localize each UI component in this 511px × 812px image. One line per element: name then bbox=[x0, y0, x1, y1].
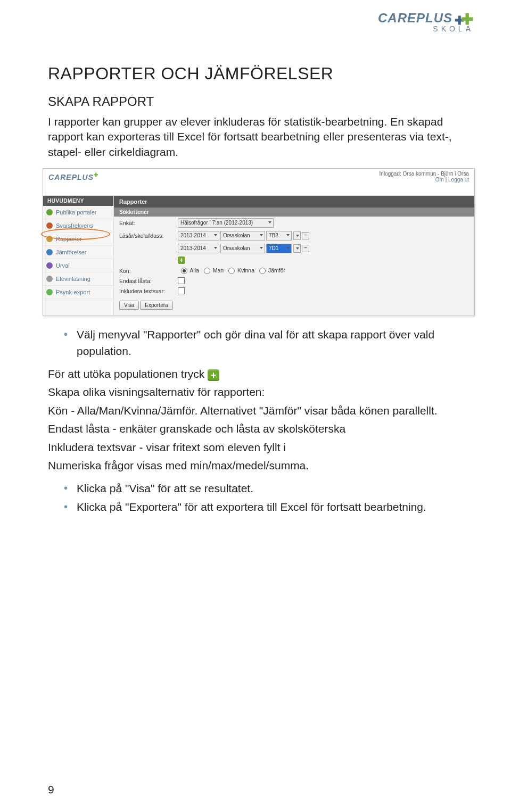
kon-option-label: Kvinna bbox=[236, 267, 256, 274]
panel-title: Rapporter bbox=[114, 196, 474, 208]
enkat-select[interactable]: Hälsofrågor i 7:an (2012-2013) bbox=[178, 218, 274, 228]
kon-radio-kvinna[interactable] bbox=[228, 268, 235, 274]
kon-option-label: Alla bbox=[188, 267, 201, 274]
menu-icon bbox=[46, 222, 53, 229]
brand-logo: CAREPLUS ✚✚ SKOLA bbox=[378, 11, 474, 33]
page-title: RAPPORTER OCH JÄMFÖRELSER bbox=[48, 64, 474, 84]
kon-radio-man[interactable] bbox=[204, 268, 210, 274]
logged-in-text: Inloggad: Orsa kommun - Björn i Orsa bbox=[380, 171, 469, 177]
kon-label: Kön: bbox=[119, 268, 178, 274]
intro-paragraph: I rapporter kan grupper av elever inklud… bbox=[48, 114, 474, 160]
dropdown-icon[interactable] bbox=[293, 231, 301, 240]
app-logo: CAREPLUS✚ bbox=[48, 173, 98, 181]
enkat-label: Enkät: bbox=[119, 220, 178, 226]
line-popu: För att utöka populationen tryck + bbox=[48, 367, 474, 382]
sidebar-item-elevinläsning[interactable]: Elevinläsning bbox=[43, 272, 113, 286]
menu-icon bbox=[46, 249, 53, 255]
lasar-label: Läsår/skola/klass: bbox=[119, 233, 178, 239]
app-screenshot: CAREPLUS✚ Inloggad: Orsa kommun - Björn … bbox=[43, 168, 475, 316]
kon-option-label: Man bbox=[211, 267, 225, 274]
plus-icon: ✚✚ bbox=[455, 11, 474, 26]
visa-button[interactable]: Visa bbox=[119, 301, 139, 310]
app-header: CAREPLUS✚ Inloggad: Orsa kommun - Björn … bbox=[43, 169, 474, 196]
sidebar-item-rapporter[interactable]: Rapporter bbox=[43, 233, 113, 246]
inkludera-textsvar-label: Inkludera textsvar: bbox=[119, 288, 178, 294]
menu-icon bbox=[46, 236, 53, 242]
dropdown-icon[interactable] bbox=[293, 244, 301, 253]
sidebar-item-svarsfrekvens[interactable]: Svarsfrekvens bbox=[43, 219, 113, 233]
menu-icon bbox=[46, 276, 53, 282]
menu-icon bbox=[46, 262, 53, 269]
sidebar-item-jämförelser[interactable]: Jämförelser bbox=[43, 246, 113, 259]
remove-row-button[interactable]: – bbox=[302, 232, 309, 239]
bullet-visa: Klicka på "Visa" för att se resultatet. bbox=[64, 480, 474, 496]
sidebar-heading: HUVUDMENY bbox=[43, 196, 113, 206]
sidebar: HUVUDMENY Publika portalerSvarsfrekvensR… bbox=[43, 196, 114, 316]
kon-row: Kön: Alla Man Kvinna Jämför bbox=[114, 266, 474, 276]
line-endast: Endast låsta - enkäter granskade och lås… bbox=[48, 421, 474, 436]
line-inkludera: Inkludera textsvar - visar fritext som e… bbox=[48, 440, 474, 455]
main-panel: Rapporter Sökkriterier Enkät: Hälsofrågo… bbox=[114, 196, 474, 316]
panel-subtitle: Sökkriterier bbox=[114, 208, 474, 217]
lasar-row: 2013-2014Orsaskolan7D1– bbox=[114, 242, 474, 255]
bullet-rapporter: Välj menyval "Rapporter" och gör dina va… bbox=[64, 327, 474, 359]
sidebar-item-urval[interactable]: Urval bbox=[43, 259, 113, 272]
about-link[interactable]: Om bbox=[435, 177, 444, 183]
lasar-row: Läsår/skola/klass:2013-2014Orsaskolan7B2… bbox=[114, 229, 474, 242]
exportera-button[interactable]: Exportera bbox=[140, 301, 172, 310]
bullet-export: Klicka på "Exportera" för att exportera … bbox=[64, 499, 474, 515]
kon-radio-alla[interactable] bbox=[181, 268, 187, 274]
logout-link[interactable]: Logga ut bbox=[448, 177, 469, 183]
sidebar-item-publika-portaler[interactable]: Publika portaler bbox=[43, 206, 113, 219]
sidebar-item-psynk-export[interactable]: Psynk-export bbox=[43, 286, 113, 299]
endast-lasta-label: Endast låsta: bbox=[119, 278, 178, 284]
kon-radio-jämför[interactable] bbox=[259, 268, 266, 274]
inkludera-textsvar-checkbox[interactable] bbox=[178, 287, 185, 294]
remove-row-button[interactable]: – bbox=[302, 245, 309, 252]
brand-name: CAREPLUS bbox=[378, 11, 452, 26]
line-skapa: Skapa olika visningsalternativ för rappo… bbox=[48, 385, 474, 400]
school-select[interactable]: Orsaskolan bbox=[220, 244, 265, 253]
section-subtitle: SKAPA RAPPORT bbox=[48, 94, 474, 109]
school-select[interactable]: Orsaskolan bbox=[220, 231, 265, 241]
line-kon: Kön - Alla/Man/Kvinna/Jämför. Alternativ… bbox=[48, 403, 474, 418]
menu-icon bbox=[46, 289, 53, 295]
year-select[interactable]: 2013-2014 bbox=[178, 231, 219, 241]
endast-lasta-checkbox[interactable] bbox=[178, 277, 185, 284]
year-select[interactable]: 2013-2014 bbox=[178, 244, 219, 253]
page-number: 9 bbox=[48, 783, 54, 796]
class-select[interactable]: 7B2 bbox=[266, 231, 292, 241]
plus-icon-inline: + bbox=[208, 369, 219, 381]
add-row-button[interactable]: + bbox=[178, 256, 185, 264]
line-numeriska: Numeriska frågor visas med min/max/medel… bbox=[48, 458, 474, 473]
kon-option-label: Jämför bbox=[267, 267, 285, 274]
class-select[interactable]: 7D1 bbox=[266, 244, 292, 253]
menu-icon bbox=[46, 209, 53, 216]
